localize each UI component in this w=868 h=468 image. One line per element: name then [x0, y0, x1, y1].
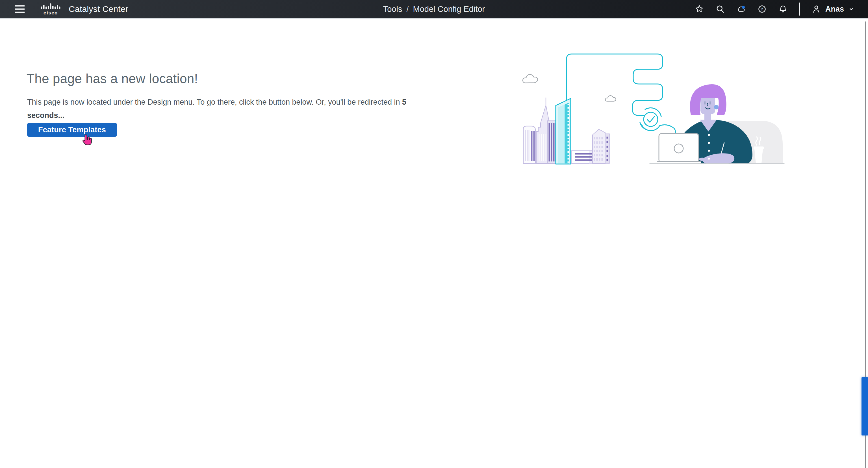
chevron-down-icon	[848, 4, 855, 13]
catalyst-center-page: cisco Catalyst Center Tools / Model Conf…	[0, 0, 868, 468]
hamburger-bar	[15, 5, 25, 6]
help-icon[interactable]: ?	[757, 4, 767, 13]
user-avatar-icon	[812, 4, 821, 13]
header-divider	[799, 3, 800, 16]
cisco-logo-text: cisco	[43, 10, 58, 16]
cloud-graphics	[523, 75, 616, 101]
redirect-message: This page is now located under the Desig…	[27, 95, 435, 122]
breadcrumb-item-tools[interactable]: Tools	[383, 4, 402, 14]
hamburger-bar	[15, 11, 25, 13]
hamburger-bar	[15, 8, 25, 10]
header-actions: ? Anas	[695, 0, 868, 18]
favorites-star-icon[interactable]	[695, 4, 704, 13]
svg-text:?: ?	[761, 6, 763, 11]
page-title: The page has a new location!	[27, 71, 198, 86]
feature-templates-button[interactable]: Feature Templates	[27, 123, 117, 137]
cloud-unread-badge	[742, 6, 745, 8]
hero-illustration	[521, 47, 787, 171]
breadcrumb: Tools / Model Config Editor	[383, 0, 485, 18]
city-buildings-graphic	[523, 97, 610, 164]
product-title: Catalyst Center	[69, 0, 128, 18]
user-name: Anas	[825, 5, 844, 13]
check-circle-graphic	[640, 108, 661, 129]
cloud-status-icon[interactable]	[737, 4, 746, 13]
hamburger-menu-button[interactable]	[15, 0, 27, 18]
app-header: cisco Catalyst Center Tools / Model Conf…	[0, 0, 868, 19]
search-icon[interactable]	[716, 4, 725, 13]
notifications-bell-icon[interactable]	[778, 4, 787, 13]
teal-flow-path	[566, 54, 676, 133]
laptop-graphic	[657, 134, 701, 164]
breadcrumb-separator: /	[406, 4, 409, 14]
cisco-logo: cisco	[40, 3, 62, 16]
redirect-message-text: This page is now located under the Desig…	[27, 98, 402, 106]
scrollbar-thumb[interactable]	[862, 377, 868, 436]
breadcrumb-current-page: Model Config Editor	[413, 4, 485, 14]
user-menu[interactable]: Anas	[812, 4, 855, 13]
